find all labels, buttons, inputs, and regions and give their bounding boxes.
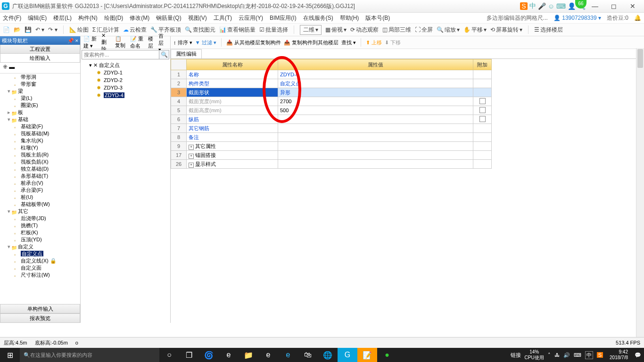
tree-collapse-icon[interactable]: ▾ [89,62,92,68]
app1-icon[interactable]: 🌀 [199,348,219,362]
tree-node[interactable]: ▫柱墩(Y) [8,144,80,151]
user-phone[interactable]: 👤 13907298339 ▾ [553,15,601,21]
tree-node[interactable]: 📁基础 [8,116,80,123]
tree-node[interactable]: ▫压顶(YD) [8,236,80,243]
tree-node[interactable]: ▫带形窗 [8,81,80,88]
cloud-check-button[interactable]: ☁ 云检查 [123,26,147,34]
tree-toggles[interactable]: ⁜ ▬ [0,63,80,74]
tree-node[interactable]: ▫后浇带(JD) [8,215,80,222]
menu-online[interactable]: 在线服务(S) [303,14,333,22]
tree-node[interactable]: ▫桩承台(V) [8,180,80,187]
tree-node[interactable]: ▫圈梁(E) [8,102,80,109]
draw-button[interactable]: 📐 绘图 [69,26,89,34]
batch-select-button[interactable]: ☑ 批量选择 [259,26,288,34]
open-icon[interactable]: 📂 [14,26,21,33]
browser-icon[interactable]: 🌐 [318,348,338,362]
menu-bim[interactable]: BIM应用(I) [270,14,297,22]
menu-help[interactable]: 帮助(H) [340,14,359,22]
tab-draw-input[interactable]: 绘图输入 [0,54,80,63]
note-icon[interactable]: 📝 [357,348,377,362]
move-up-button[interactable]: ⬆ 上移 [366,39,382,46]
tray-up-icon[interactable]: ˄ [548,352,551,358]
volume-icon[interactable]: 🔊 [563,352,570,358]
start-button[interactable]: ⊞ [0,348,20,362]
vertical-scrollbar[interactable] [636,48,644,337]
link-label[interactable]: 链接 [511,352,521,359]
pan-button[interactable]: ✋ 平移 ▾ [463,26,487,34]
table-row[interactable]: 1名称ZDYD-4 [171,70,492,79]
orbit-button[interactable]: ⟳ 动态观察 [350,26,379,34]
menu-edit[interactable]: 编辑(E) [28,14,47,22]
search-input[interactable] [82,50,159,59]
table-row[interactable]: 9+其它属性 [171,142,492,151]
undo-icon[interactable]: ↶ ▾ [35,26,44,33]
menu-file[interactable]: 文件(F) [3,14,21,22]
ime-zh[interactable]: 中 [529,2,536,10]
notification-icon[interactable]: 💬 [635,352,641,358]
view-rebar-button[interactable]: 📊 查看钢筋量 [219,26,256,34]
tree-node[interactable]: ▫尺寸标注(W) [8,272,80,279]
cpu-meter[interactable]: 14%CPU使用 [525,349,544,361]
table-row[interactable]: 3截面形状异形 [171,88,492,97]
select-floor-button[interactable]: ☰ 选择楼层 [534,26,563,34]
menu-rebar[interactable]: 钢筋量(Q) [156,14,181,22]
tree-node[interactable]: ▫基础梁(F) [8,123,80,130]
table-row[interactable]: 2构件类型自定义点 [171,79,492,88]
save-icon[interactable]: 💾 [25,26,32,33]
tree-node[interactable]: ▫自定义线(X) 🔒 [8,257,80,264]
new-button[interactable]: 📄 新建 ▾ [83,35,98,49]
tree-node[interactable]: 📁自定义 [8,243,80,250]
instance-item[interactable]: ✸ ZDYD-2 [97,76,169,84]
tree-node[interactable]: ▫带形洞 [8,74,80,81]
instance-item[interactable]: ✸ ZDYD-3 [97,84,169,91]
table-row[interactable]: 4截面宽度(mm)2700 [171,97,492,106]
ime-mic[interactable]: 🎤 [538,2,546,10]
ie-icon[interactable]: e [278,348,298,362]
menu-draw[interactable]: 绘图(D) [104,14,124,22]
tree-node[interactable]: ▫挑檐(T) [8,222,80,229]
taskview-icon[interactable]: ❐ [179,348,199,362]
tree-node[interactable]: ▫承台梁(F) [8,187,80,194]
rotate-screen-button[interactable]: ⟲ 屏幕旋转 ▾ [490,26,522,34]
tree-node[interactable]: ▫筏板基础(M) [8,130,80,137]
local-3d-button[interactable]: ◫ 局部三维 [382,26,411,34]
tree-node[interactable]: 📁其它 [8,208,80,215]
green-icon[interactable]: ● [377,348,397,362]
copy-to-floor-button[interactable]: 📤 复制构件到其他楼层 [284,39,339,46]
network-icon[interactable]: 🖧 [554,352,560,358]
tree-node[interactable]: 📁板 [8,109,80,116]
tree-node[interactable]: ▫筏板负筋(X) [8,158,80,165]
dim-toggle[interactable]: 二维 ▾ [300,25,322,35]
fullscreen-button[interactable]: ⛶ 全屏 [415,26,433,34]
tab-project-settings[interactable]: 工程设置 [0,45,80,54]
menu-version[interactable]: 版本号(B) [365,14,390,22]
close-button[interactable]: ✕ [623,2,642,10]
cortana-icon[interactable]: ○ [159,348,179,362]
edge2-icon[interactable]: e [258,348,278,362]
ime-kb[interactable]: ⌨ [556,2,566,10]
table-row[interactable]: 26+显示样式 [171,160,492,169]
instance-item[interactable]: ✸ ZDYD-1 [97,69,169,76]
ime-emoji[interactable]: ☺ [548,2,554,10]
copy-from-floor-button[interactable]: 📥 从其他楼层复制构件 [226,39,281,46]
instance-tree[interactable]: ▾ ✕ 自定义点 ✸ ZDYD-1✸ ZDYD-2✸ ZDYD-3✸ ZDYD-… [81,60,170,323]
menu-floor[interactable]: 楼层(L) [53,14,72,22]
find-button[interactable]: 查找 ▾ [341,39,356,46]
tree-node[interactable]: ▫梁(L) [8,95,80,102]
ggj-icon[interactable]: G [338,348,357,362]
tree-node[interactable]: ▫自定义面 [8,264,80,272]
move-down-button[interactable]: ⬇ 下移 [385,39,401,46]
zoom-button[interactable]: 🔍 缩放 ▾ [437,26,460,34]
tab-report-preview[interactable]: 报表预览 [0,313,80,323]
bell-icon[interactable]: 🔔 [634,15,641,21]
maximize-button[interactable]: ◻ [604,2,623,10]
rename-button[interactable]: 📝 重命名 [130,35,145,49]
tree-node[interactable]: 📁梁 [8,88,80,95]
tree-node[interactable]: ▫独立基础(D) [8,165,80,173]
table-row[interactable]: 7其它钢筋 [171,124,492,133]
tree-node[interactable]: ▫筏板主筋(R) [8,151,80,158]
menu-cloud[interactable]: 云应用(Y) [239,14,263,22]
tab-single-input[interactable]: 单构件输入 [0,304,80,313]
ime-tray-icon[interactable]: ⌨ [574,352,581,358]
filter-button[interactable]: ▼ 过滤 ▾ [195,39,216,46]
